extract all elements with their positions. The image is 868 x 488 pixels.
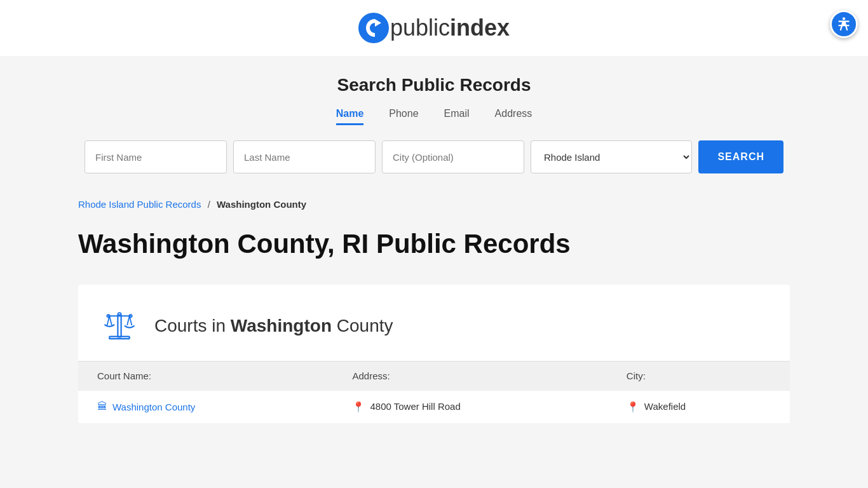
svg-line-7 xyxy=(127,316,130,325)
search-section: Search Public Records Name Phone Email A… xyxy=(0,56,868,186)
col-address: Address: xyxy=(333,362,607,391)
breadcrumb-parent-link[interactable]: Rhode Island Public Records xyxy=(78,199,201,210)
court-name-link[interactable]: 🏛 Washington County xyxy=(97,401,314,412)
scales-of-justice-icon xyxy=(97,304,142,348)
court-address-cell: 📍 4800 Tower Hill Road xyxy=(333,391,607,424)
page-wrapper: publicindex Search Public Records Name P… xyxy=(0,0,868,488)
location-icon: 📍 xyxy=(352,401,365,413)
court-city-cell: 📍 Wakefield xyxy=(607,391,790,424)
courts-table-body: 🏛 Washington County 📍 4800 Tower Hill Ro… xyxy=(78,391,790,424)
logo-text: publicindex xyxy=(390,15,510,41)
tab-address[interactable]: Address xyxy=(495,108,532,125)
tab-email[interactable]: Email xyxy=(444,108,470,125)
breadcrumb: Rhode Island Public Records / Washington… xyxy=(78,199,790,210)
courts-section-title: Courts in Washington County xyxy=(154,316,393,336)
courts-table-header-row: Court Name: Address: City: xyxy=(78,362,790,391)
search-title: Search Public Records xyxy=(337,75,531,95)
col-city: City: xyxy=(607,362,790,391)
svg-point-1 xyxy=(358,13,389,43)
map-icon: 📍 xyxy=(627,401,639,413)
courts-header: Courts in Washington County xyxy=(78,285,790,361)
court-name-cell: 🏛 Washington County xyxy=(78,391,333,424)
main-content: Rhode Island Public Records / Washington… xyxy=(65,186,803,436)
table-row: 🏛 Washington County 📍 4800 Tower Hill Ro… xyxy=(78,391,790,424)
svg-point-0 xyxy=(843,17,845,20)
svg-rect-2 xyxy=(118,315,121,337)
bank-icon: 🏛 xyxy=(97,401,107,412)
breadcrumb-current: Washington County xyxy=(217,199,306,210)
page-title: Washington County, RI Public Records xyxy=(78,229,790,259)
first-name-input[interactable] xyxy=(85,140,227,173)
breadcrumb-separator: / xyxy=(208,199,210,210)
courts-section: Courts in Washington County Court Name: … xyxy=(78,285,790,423)
header: publicindex xyxy=(0,0,868,56)
search-button[interactable]: SEARCH xyxy=(698,140,783,173)
state-select[interactable]: AlabamaAlaskaArizonaArkansasCaliforniaCo… xyxy=(531,140,692,173)
last-name-input[interactable] xyxy=(233,140,376,173)
courts-table: Court Name: Address: City: 🏛 Washington … xyxy=(78,361,790,423)
accessibility-icon xyxy=(836,16,852,32)
col-court-name: Court Name: xyxy=(78,362,333,391)
tab-phone[interactable]: Phone xyxy=(389,108,418,125)
logo-icon xyxy=(358,13,389,43)
tab-name[interactable]: Name xyxy=(336,108,364,125)
svg-line-6 xyxy=(109,316,112,325)
city-input[interactable] xyxy=(382,140,524,173)
search-tabs: Name Phone Email Address xyxy=(336,108,532,125)
search-inputs-row: AlabamaAlaskaArizonaArkansasCaliforniaCo… xyxy=(85,140,783,173)
logo-area: publicindex xyxy=(358,13,510,43)
accessibility-button[interactable] xyxy=(830,10,858,38)
courts-table-head: Court Name: Address: City: xyxy=(78,362,790,391)
